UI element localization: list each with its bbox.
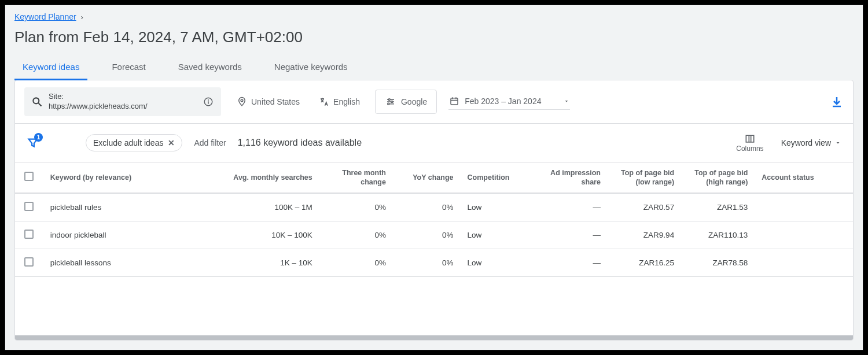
row-checkbox[interactable] bbox=[24, 257, 34, 267]
network-target[interactable]: Google bbox=[375, 90, 437, 114]
keyword-table: Keyword (by relevance) Avg. monthly sear… bbox=[15, 162, 853, 335]
col-ad-share[interactable]: Ad impression share bbox=[528, 162, 608, 194]
cell-yoy: 0% bbox=[393, 221, 461, 249]
columns-label: Columns bbox=[736, 145, 763, 153]
table-row[interactable]: pickleball lessons1K – 10K0%0%Low—ZAR16.… bbox=[15, 249, 853, 277]
col-bid-high[interactable]: Top of page bid (high range) bbox=[681, 162, 755, 194]
filter-pill-exclude-adult[interactable]: Exclude adult ideas ✕ bbox=[86, 134, 182, 151]
svg-point-5 bbox=[241, 99, 243, 102]
cell-bid-low: ZAR9.94 bbox=[608, 221, 681, 249]
keyword-view-label: Keyword view bbox=[781, 138, 831, 147]
date-range-target[interactable]: Feb 2023 – Jan 2024 bbox=[448, 93, 570, 110]
filter-badge: 1 bbox=[34, 133, 43, 142]
svg-point-0 bbox=[33, 98, 39, 103]
filter-funnel-icon[interactable]: 1 bbox=[27, 136, 39, 149]
col-three-month[interactable]: Three month change bbox=[319, 162, 393, 194]
cell-bid-high: ZAR78.58 bbox=[681, 249, 755, 277]
col-keyword[interactable]: Keyword (by relevance) bbox=[43, 162, 209, 194]
breadcrumb: Keyword Planner › bbox=[5, 5, 863, 24]
cell-share: — bbox=[528, 249, 608, 277]
cell-bid-low: ZAR16.25 bbox=[608, 249, 681, 277]
cell-competition: Low bbox=[461, 193, 528, 221]
language-label: English bbox=[333, 97, 360, 106]
cell-bid-high: ZAR1.53 bbox=[681, 193, 755, 221]
cell-status bbox=[755, 193, 853, 221]
col-bid-low[interactable]: Top of page bid (low range) bbox=[608, 162, 681, 194]
chevron-down-icon bbox=[834, 139, 841, 146]
cell-avg: 100K – 1M bbox=[209, 193, 319, 221]
cell-bid-high: ZAR110.13 bbox=[681, 221, 755, 249]
svg-point-4 bbox=[208, 100, 209, 101]
breadcrumb-link[interactable]: Keyword Planner bbox=[14, 12, 76, 21]
col-yoy[interactable]: YoY change bbox=[393, 162, 461, 194]
tab-bar: Keyword ideas Forecast Saved keywords Ne… bbox=[5, 56, 863, 80]
cell-status bbox=[755, 221, 853, 249]
chevron-right-icon: › bbox=[81, 13, 83, 21]
cell-bid-low: ZAR0.57 bbox=[608, 193, 681, 221]
close-icon[interactable]: ✕ bbox=[168, 138, 175, 147]
download-icon[interactable] bbox=[830, 95, 844, 109]
col-avg-searches[interactable]: Avg. monthly searches bbox=[209, 162, 319, 194]
row-checkbox[interactable] bbox=[24, 230, 34, 239]
tab-forecast[interactable]: Forecast bbox=[104, 56, 153, 80]
cell-avg: 1K – 10K bbox=[209, 249, 319, 277]
location-icon bbox=[236, 96, 248, 108]
ideas-count-label: 1,116 keyword ideas available bbox=[238, 138, 362, 148]
translate-icon bbox=[318, 96, 330, 108]
cell-avg: 10K – 100K bbox=[209, 221, 319, 249]
cell-share: — bbox=[528, 221, 608, 249]
cell-competition: Low bbox=[461, 249, 528, 277]
tune-icon bbox=[385, 96, 396, 108]
date-range-label: Feb 2023 – Jan 2024 bbox=[465, 97, 541, 106]
cell-keyword: pickleball lessons bbox=[43, 249, 209, 277]
svg-point-11 bbox=[388, 103, 389, 105]
targeting-toolbar: Site: https://www.pickleheads.com/ Unite… bbox=[15, 80, 853, 124]
col-competition[interactable]: Competition bbox=[461, 162, 528, 194]
add-filter-button[interactable]: Add filter bbox=[194, 138, 226, 147]
row-checkbox[interactable] bbox=[24, 202, 34, 211]
cell-three: 0% bbox=[319, 221, 393, 249]
page-title: Plan from Feb 14, 2024, 7 AM, GMT+02:00 bbox=[5, 24, 863, 56]
chevron-down-icon bbox=[563, 98, 570, 105]
cell-three: 0% bbox=[319, 249, 393, 277]
keyword-view-dropdown[interactable]: Keyword view bbox=[781, 138, 841, 147]
filter-pill-label: Exclude adult ideas bbox=[93, 138, 163, 147]
network-label: Google bbox=[401, 97, 427, 106]
horizontal-scrollbar[interactable] bbox=[15, 335, 853, 340]
columns-button[interactable]: Columns bbox=[736, 133, 763, 153]
table-row[interactable]: pickleball rules100K – 1M0%0%Low—ZAR0.57… bbox=[15, 193, 853, 221]
svg-rect-12 bbox=[451, 98, 458, 105]
table-row[interactable]: indoor pickleball10K – 100K0%0%Low—ZAR9.… bbox=[15, 221, 853, 249]
site-chip-label: Site: bbox=[49, 92, 197, 102]
info-icon[interactable] bbox=[203, 96, 214, 108]
tab-keyword-ideas[interactable]: Keyword ideas bbox=[14, 56, 87, 80]
search-icon bbox=[31, 96, 43, 108]
cell-competition: Low bbox=[461, 221, 528, 249]
calendar-icon bbox=[448, 95, 460, 107]
location-target[interactable]: United States bbox=[233, 94, 303, 110]
svg-line-1 bbox=[39, 103, 42, 106]
cell-keyword: indoor pickleball bbox=[43, 221, 209, 249]
cell-yoy: 0% bbox=[393, 249, 461, 277]
filter-bar: 1 Exclude adult ideas ✕ Add filter 1,116… bbox=[15, 124, 853, 162]
tab-saved-keywords[interactable]: Saved keywords bbox=[170, 56, 250, 80]
svg-point-9 bbox=[388, 99, 390, 101]
svg-point-10 bbox=[391, 101, 393, 102]
select-all-checkbox[interactable] bbox=[24, 172, 34, 181]
col-account-status[interactable]: Account status bbox=[755, 162, 853, 194]
location-label: United States bbox=[251, 97, 300, 106]
columns-icon bbox=[744, 133, 756, 145]
language-target[interactable]: English bbox=[315, 94, 363, 110]
tab-negative-keywords[interactable]: Negative keywords bbox=[266, 56, 356, 80]
cell-keyword: pickleball rules bbox=[43, 193, 209, 221]
cell-yoy: 0% bbox=[393, 193, 461, 221]
cell-status bbox=[755, 249, 853, 277]
cell-share: — bbox=[528, 193, 608, 221]
cell-three: 0% bbox=[319, 193, 393, 221]
site-search-chip[interactable]: Site: https://www.pickleheads.com/ bbox=[24, 87, 221, 116]
site-chip-value: https://www.pickleheads.com/ bbox=[49, 102, 148, 110]
svg-rect-16 bbox=[746, 135, 753, 142]
